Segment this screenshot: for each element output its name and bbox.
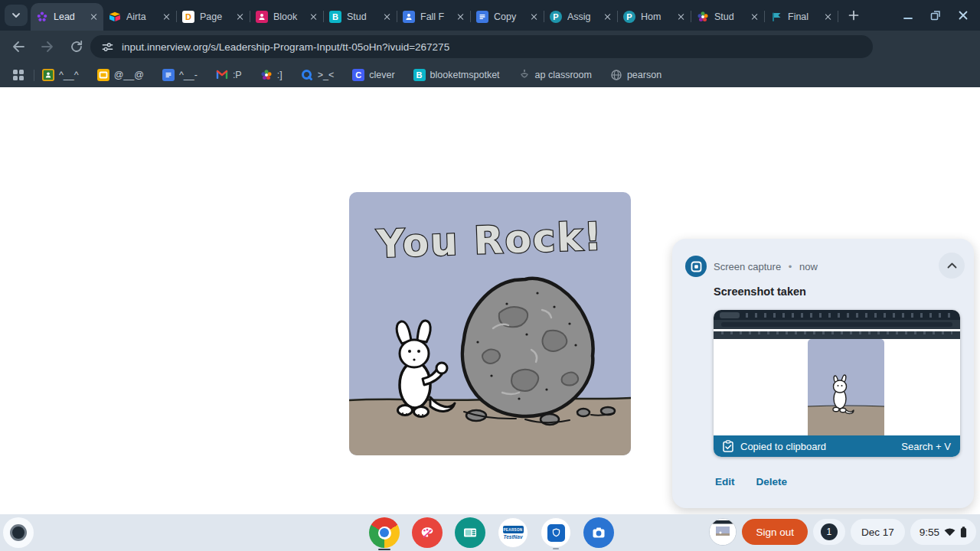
dot-separator: • — [789, 261, 792, 272]
tab-close-icon[interactable] — [384, 13, 391, 21]
battery-icon — [960, 527, 967, 538]
notification-counter[interactable]: 1 — [813, 519, 845, 545]
bookmark-label: :] — [277, 70, 283, 80]
tab-close-icon[interactable] — [163, 13, 171, 21]
tab-close-icon[interactable] — [604, 13, 612, 21]
bookmark-label: pearson — [627, 70, 662, 80]
tab-close-icon[interactable] — [825, 13, 832, 21]
tab-leadership[interactable]: Lead — [31, 3, 103, 31]
notification-actions: Edit Delete — [715, 476, 787, 487]
securly-app-button[interactable] — [541, 517, 571, 548]
tab-close-icon[interactable] — [531, 13, 538, 21]
blooket-icon: B — [413, 69, 426, 81]
tab-fall[interactable]: Fall F — [397, 3, 470, 31]
bookmark-ap-classroom[interactable]: ap classroom — [518, 69, 592, 81]
notification-title: Screenshot taken — [714, 285, 806, 298]
bookmark-slides[interactable]: @__@ — [97, 69, 144, 81]
tab-blooket[interactable]: Blook — [250, 3, 323, 31]
delete-button[interactable]: Delete — [756, 476, 788, 487]
tab-close-icon[interactable] — [90, 13, 98, 21]
tab-search-button[interactable] — [5, 5, 28, 26]
reload-button[interactable] — [69, 39, 84, 54]
minimize-button[interactable] — [902, 9, 914, 21]
bookmark-pearson[interactable]: pearson — [610, 69, 662, 81]
gmail-icon — [216, 69, 228, 81]
tab-label: Fall F — [420, 11, 457, 22]
paged-favicon-icon: D — [182, 11, 194, 23]
window-controls — [902, 0, 980, 31]
flag-favicon-icon — [770, 11, 782, 23]
back-button[interactable] — [11, 39, 26, 54]
tab-paged[interactable]: D Page — [177, 3, 250, 31]
person-blue-favicon-icon — [403, 11, 415, 23]
testnav-app-button[interactable]: PEARSON TestNav — [498, 517, 528, 548]
restore-window-button[interactable] — [929, 9, 942, 21]
bookmark-docs[interactable]: ^__- — [162, 69, 198, 81]
tab-final[interactable]: Final — [765, 3, 838, 31]
address-bar[interactable]: input.innerview.org/s/Leadership-Program… — [90, 35, 873, 58]
tab-student[interactable]: Stud — [691, 3, 764, 31]
classroom-icon — [42, 69, 54, 81]
system-tray[interactable]: 9:55 — [910, 519, 976, 545]
tab-label: Hom — [641, 11, 678, 22]
date-pill[interactable]: Dec 17 — [851, 519, 905, 545]
bookmark-pinwheel[interactable]: :] — [260, 69, 283, 81]
wifi-icon — [944, 527, 956, 536]
tab-copy[interactable]: Copy — [471, 3, 544, 31]
bookmark-label: :P — [233, 70, 242, 80]
new-tab-button[interactable] — [843, 5, 864, 26]
tab-close-icon[interactable] — [457, 13, 465, 21]
person-pink-favicon-icon — [256, 11, 268, 23]
tab-close-icon[interactable] — [237, 13, 244, 21]
shelf: PEARSON TestNav Sign out 1 Dec 17 9:55 — [0, 514, 980, 551]
shelf-apps: PEARSON TestNav — [369, 517, 614, 548]
bookmark-label: >_< — [318, 70, 335, 80]
collapse-notification-button[interactable] — [939, 253, 965, 279]
launcher-button[interactable] — [3, 517, 34, 548]
tab-close-icon[interactable] — [310, 13, 318, 21]
bookmark-q[interactable]: >_< — [301, 69, 335, 81]
copied-toast-label: Copied to clipboard — [740, 441, 826, 452]
tab-close-icon[interactable] — [678, 13, 685, 21]
bookmark-classroom[interactable]: ^__^ — [42, 69, 79, 81]
tab-study[interactable]: B Stud — [324, 3, 397, 31]
screen-capture-notification: Screen capture • now Screenshot taken — [672, 239, 974, 508]
flashcards-app-button[interactable] — [455, 517, 485, 548]
pearson-favicon-icon: P — [550, 11, 562, 23]
screenshot-thumbnail[interactable]: Copied to clipboard Search + V — [714, 310, 960, 457]
edit-button[interactable]: Edit — [715, 476, 735, 487]
pearson-favicon-icon: P — [623, 11, 635, 23]
chrome-app-button[interactable] — [369, 517, 400, 548]
plus-icon — [848, 10, 859, 21]
slides-icon — [97, 69, 109, 81]
canvas-app-button[interactable] — [412, 517, 443, 548]
tab-label: Assig — [567, 11, 604, 22]
tab-list: Lead Airta D Page Blook B Stud — [31, 0, 838, 31]
bookmark-blooket[interactable]: B blooketmspotket — [413, 69, 500, 81]
sign-out-button[interactable]: Sign out — [742, 519, 808, 545]
pinwheel-favicon-icon — [697, 11, 709, 23]
palette-icon — [419, 524, 436, 541]
bookmark-label: ^__- — [179, 70, 198, 80]
tab-label: Blook — [273, 11, 310, 22]
tab-airtable[interactable]: Airta — [103, 3, 176, 31]
copied-toast: Copied to clipboard Search + V — [714, 435, 960, 457]
tab-assignments[interactable]: P Assig — [544, 3, 617, 31]
screen-capture-app-button[interactable] — [583, 517, 614, 548]
tab-close-icon[interactable] — [751, 13, 759, 21]
forward-button[interactable] — [40, 39, 55, 54]
site-settings-icon[interactable] — [101, 41, 114, 54]
apps-grid-icon[interactable] — [12, 69, 24, 81]
chrome-icon — [378, 527, 391, 540]
date-label: Dec 17 — [861, 527, 894, 538]
screenshot-preview-button[interactable] — [709, 518, 737, 546]
tab-label: Final — [788, 11, 825, 22]
bookmark-gmail[interactable]: :P — [216, 69, 242, 81]
close-window-button[interactable] — [957, 9, 969, 21]
thumbnail-tab-strip — [714, 310, 960, 320]
bookmark-clever[interactable]: C clever — [352, 69, 394, 81]
screen-capture-icon — [685, 256, 707, 277]
you-rock-image: You Rock! — [349, 192, 631, 455]
tab-home[interactable]: P Hom — [618, 3, 691, 31]
innerview-favicon-icon — [36, 11, 48, 23]
